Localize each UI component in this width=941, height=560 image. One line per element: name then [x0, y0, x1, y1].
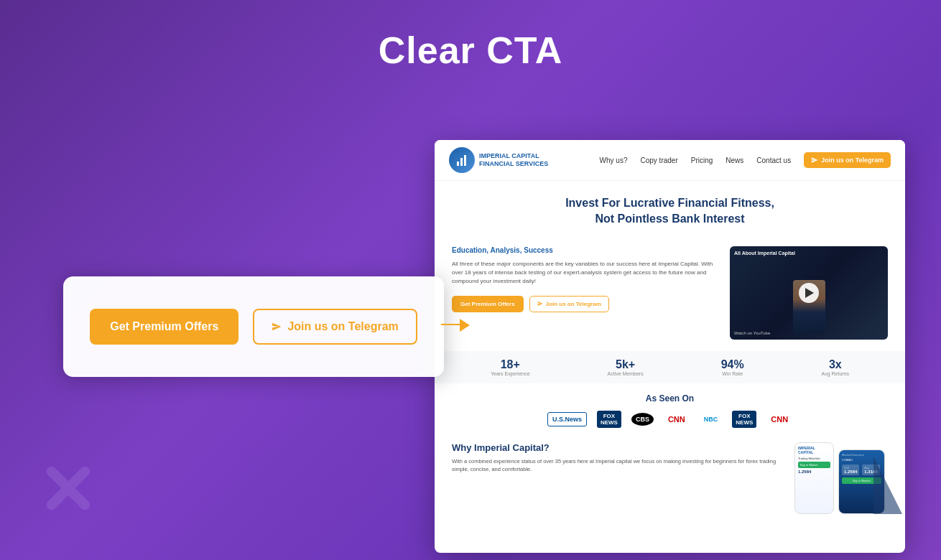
svg-rect-2 [464, 155, 466, 166]
why-title: Why Imperial Capital? [452, 442, 783, 453]
video-watch-label: Watch on YouTube [734, 331, 770, 335]
hero-headline: Invest For Lucrative Financial Fitness, … [452, 195, 888, 228]
site-telegram-button[interactable]: Join us on Telegram [529, 296, 609, 312]
as-seen-on-section: As Seen On U.S.News FOXNEWS CBS CNN NBC … [435, 383, 905, 435]
cta-highlight-box: Get Premium Offers Join us on Telegram [63, 276, 444, 377]
site-premium-button[interactable]: Get Premium Offers [452, 296, 524, 312]
svg-rect-0 [457, 162, 459, 166]
site-nav-links: Why us? Copy trader Pricing News Contact… [600, 152, 891, 168]
content-row: Education, Analysis, Success All three o… [435, 246, 905, 351]
video-play-button[interactable] [799, 283, 819, 303]
logo-foxnews-2: FOXNEWS [732, 411, 756, 428]
stat-members: 5k+ Active Members [608, 358, 644, 376]
logo-icon [449, 147, 475, 173]
page-title-section: Clear CTA [0, 0, 941, 72]
x-decoration-icon [40, 459, 97, 517]
video-container: All About Imperial Capital Watch on YouT… [730, 246, 888, 340]
why-body: With a combined experience status of ove… [452, 457, 783, 474]
video-overlay[interactable] [730, 246, 888, 340]
site-hero: Invest For Lucrative Financial Fitness, … [435, 181, 905, 246]
stat-years: 18+ Years Experience [491, 358, 530, 376]
nav-pricing[interactable]: Pricing [691, 157, 713, 164]
phone-mockup-1: IMPERIALCAPITAL Trading Watchlist Buy to… [794, 442, 834, 514]
site-cta-row: Get Premium Offers Join us on Telegram [452, 296, 718, 312]
content-body-text: All three of these major components are … [452, 260, 718, 286]
page-title: Clear CTA [0, 29, 941, 72]
svg-rect-1 [460, 158, 463, 166]
nav-why-us[interactable]: Why us? [600, 157, 628, 164]
stats-row: 18+ Years Experience 5k+ Active Members … [435, 351, 905, 383]
site-nav: IMPERIAL CAPITAL FINANCIAL SERVICES Why … [435, 140, 905, 181]
media-logos: U.S.News FOXNEWS CBS CNN NBC FOXNEWS CNN [452, 411, 888, 428]
premium-offers-button[interactable]: Get Premium Offers [90, 309, 238, 345]
video-title: All About Imperial Capital [734, 251, 795, 256]
why-text: Why Imperial Capital? With a combined ex… [452, 442, 783, 474]
content-left: Education, Analysis, Success All three o… [452, 246, 718, 340]
why-section: Why Imperial Capital? With a combined ex… [435, 435, 905, 518]
logo-foxnews-1: FOXNEWS [597, 411, 621, 428]
website-screenshot: IMPERIAL CAPITAL FINANCIAL SERVICES Why … [435, 140, 905, 553]
site-logo: IMPERIAL CAPITAL FINANCIAL SERVICES [449, 147, 548, 173]
nav-contact[interactable]: Contact us [756, 157, 791, 164]
logo-cnn-1: CNN [664, 412, 690, 426]
content-section-title: Education, Analysis, Success [452, 246, 718, 254]
logo-cnn-2: CNN [766, 412, 792, 426]
logo-nbc: NBC [700, 413, 723, 426]
nav-news[interactable]: News [726, 157, 743, 164]
as-seen-on-title: As Seen On [452, 393, 888, 403]
stat-returns: 3x Avg Returns [822, 358, 849, 376]
telegram-join-button[interactable]: Join us on Telegram [253, 309, 417, 345]
nav-copy-trader[interactable]: Copy trader [640, 157, 677, 164]
nav-telegram-button[interactable]: Join us on Telegram [804, 152, 891, 168]
logo-text: IMPERIAL CAPITAL FINANCIAL SERVICES [479, 152, 548, 168]
logo-cbs: CBS [631, 413, 654, 426]
why-phones: IMPERIALCAPITAL Trading Watchlist Buy to… [794, 442, 888, 514]
stat-winrate: 94% Win Rate [721, 358, 744, 376]
logo-usnews: U.S.News [547, 412, 587, 426]
telegram-icon [272, 322, 282, 332]
